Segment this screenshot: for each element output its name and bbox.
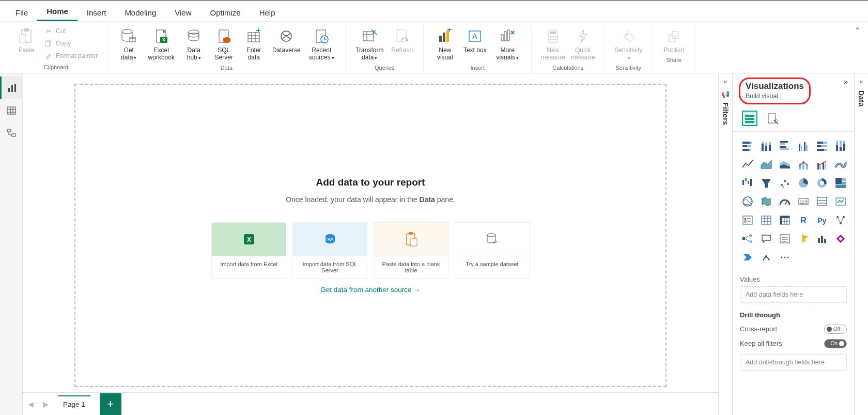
viz-line-stacked-column-icon[interactable] <box>796 157 811 172</box>
viz-metrics-icon[interactable] <box>814 231 830 247</box>
data-hub-button[interactable]: Data hub▾ <box>180 26 208 62</box>
recent-sources-button[interactable]: Recent sources▾ <box>305 26 338 62</box>
tab-modeling[interactable]: Modeling <box>115 4 165 21</box>
data-source-cards: X Import data from Excel SQL Import data… <box>211 222 530 279</box>
tab-insert[interactable]: Insert <box>78 4 116 21</box>
text-box-button[interactable]: A Text box <box>461 26 489 54</box>
more-visuals-button[interactable]: More visuals▾ <box>491 26 524 62</box>
viz-multi-row-card-icon[interactable] <box>814 194 830 209</box>
viz-stacked-bar-icon[interactable] <box>740 138 755 153</box>
viz-map-icon[interactable] <box>740 194 755 209</box>
viz-treemap-icon[interactable] <box>833 175 848 191</box>
format-tab-icon[interactable] <box>765 111 780 126</box>
viz-table-icon[interactable] <box>758 212 774 228</box>
viz-more-icon[interactable] <box>777 250 793 265</box>
viz-ribbon-icon[interactable] <box>833 157 848 172</box>
dataverse-button[interactable]: Dataverse <box>270 26 303 54</box>
tab-optimize[interactable]: Optimize <box>201 4 250 21</box>
cross-report-toggle[interactable]: Off <box>824 325 847 334</box>
viz-stacked-column-icon[interactable] <box>758 138 774 153</box>
viz-stacked-area-icon[interactable] <box>777 157 793 172</box>
tab-home[interactable]: Home <box>37 3 78 21</box>
svg-point-44 <box>555 36 557 38</box>
group-label-data: Data <box>221 64 233 73</box>
viz-kpi-icon[interactable] <box>833 194 848 209</box>
publish-button[interactable]: Publish <box>660 26 688 54</box>
cut-button[interactable]: ✂ Cut <box>42 26 100 36</box>
tab-view[interactable]: View <box>165 4 200 21</box>
viz-gauge-icon[interactable] <box>777 194 793 209</box>
viz-decomposition-tree-icon[interactable] <box>740 231 755 247</box>
report-view-button[interactable] <box>0 76 23 99</box>
svg-rect-26 <box>363 32 374 41</box>
svg-point-42 <box>550 36 552 38</box>
page-tab-1[interactable]: Page 1 <box>58 395 90 412</box>
another-source-link[interactable]: Get data from another source → <box>320 286 421 294</box>
card-import-excel[interactable]: X Import data from Excel <box>211 222 286 279</box>
viz-qa-icon[interactable] <box>758 231 774 247</box>
enter-data-button[interactable]: Enter data <box>240 26 268 62</box>
get-data-button[interactable]: Get data▾ <box>115 26 143 62</box>
viz-line-clustered-column-icon[interactable] <box>814 157 830 172</box>
expand-filters-icon[interactable]: « <box>723 78 727 85</box>
cross-report-label: Cross-report <box>740 325 777 333</box>
viz-clustered-column-icon[interactable] <box>796 138 811 153</box>
data-panel-collapsed[interactable]: « Data <box>854 73 868 415</box>
canvas-area: Add data to your report Once loaded, you… <box>23 73 718 415</box>
card-paste-data[interactable]: Paste data into a blank table <box>374 222 448 279</box>
viz-power-automate-icon[interactable] <box>740 250 755 265</box>
excel-workbook-button[interactable]: X Excel workbook <box>145 26 178 62</box>
sensitivity-button[interactable]: Sensitivity▾ <box>612 26 645 62</box>
add-page-button[interactable]: + <box>100 393 121 415</box>
viz-hundred-stacked-bar-icon[interactable] <box>814 138 830 153</box>
keep-filters-toggle[interactable]: On <box>824 339 847 348</box>
build-tab-icon[interactable] <box>742 111 757 126</box>
filters-panel-collapsed[interactable]: « 📢 Filters <box>718 73 732 415</box>
viz-funnel-icon[interactable] <box>758 175 774 191</box>
viz-filled-map-icon[interactable] <box>758 194 774 209</box>
quick-measure-button[interactable]: Quick measure <box>569 26 597 62</box>
viz-pie-icon[interactable] <box>796 175 811 191</box>
collapse-viz-icon[interactable]: » <box>844 78 848 86</box>
drill-field-well[interactable]: Add drill-through fields here <box>740 354 847 371</box>
format-painter-button[interactable]: Format painter <box>42 51 100 61</box>
page-prev-button[interactable]: ◀ <box>28 400 34 408</box>
viz-paginated-icon[interactable] <box>796 231 811 247</box>
viz-key-influencers-icon[interactable] <box>833 212 848 228</box>
viz-waterfall-icon[interactable] <box>740 175 755 191</box>
report-canvas[interactable]: Add data to your report Once loaded, you… <box>74 84 667 387</box>
new-measure-button[interactable]: New measure <box>539 26 567 62</box>
svg-rect-86 <box>780 143 785 145</box>
viz-scatter-icon[interactable] <box>777 175 793 191</box>
svg-point-169 <box>787 256 789 258</box>
viz-line-icon[interactable] <box>740 157 755 172</box>
copy-button[interactable]: Copy <box>42 38 100 49</box>
viz-slicer-icon[interactable] <box>740 212 755 228</box>
expand-data-icon[interactable]: « <box>859 78 863 85</box>
viz-arcgis-icon[interactable] <box>758 250 774 265</box>
viz-matrix-icon[interactable] <box>777 212 793 228</box>
page-next-button[interactable]: ▶ <box>43 400 49 408</box>
model-view-button[interactable] <box>0 122 23 145</box>
viz-python-visual-icon[interactable]: Py <box>814 212 830 228</box>
ribbon-collapse-button[interactable]: ⌃ <box>852 24 863 37</box>
new-visual-button[interactable]: New visual <box>431 26 459 62</box>
values-field-well[interactable]: Add data fields here <box>740 286 847 303</box>
viz-hundred-stacked-column-icon[interactable] <box>833 138 848 153</box>
refresh-button[interactable]: Refresh <box>388 26 416 54</box>
viz-smart-narrative-icon[interactable] <box>777 231 793 247</box>
viz-r-visual-icon[interactable]: R <box>796 212 811 228</box>
card-import-sql[interactable]: SQL Import data from SQL Server <box>292 222 367 279</box>
sql-server-button[interactable]: SQL Server <box>210 26 238 62</box>
viz-clustered-bar-icon[interactable] <box>777 138 793 153</box>
card-sample-dataset[interactable]: Try a sample dataset <box>455 222 530 279</box>
transform-data-button[interactable]: Transform data▾ <box>353 26 386 62</box>
viz-donut-icon[interactable] <box>814 175 830 191</box>
viz-card-icon[interactable]: 123 <box>796 194 811 209</box>
tab-file[interactable]: File <box>6 4 37 21</box>
paste-button[interactable]: Paste <box>12 26 40 54</box>
viz-area-icon[interactable] <box>758 157 774 172</box>
table-view-button[interactable] <box>0 99 23 122</box>
viz-power-apps-icon[interactable] <box>833 231 848 247</box>
tab-help[interactable]: Help <box>250 4 285 21</box>
